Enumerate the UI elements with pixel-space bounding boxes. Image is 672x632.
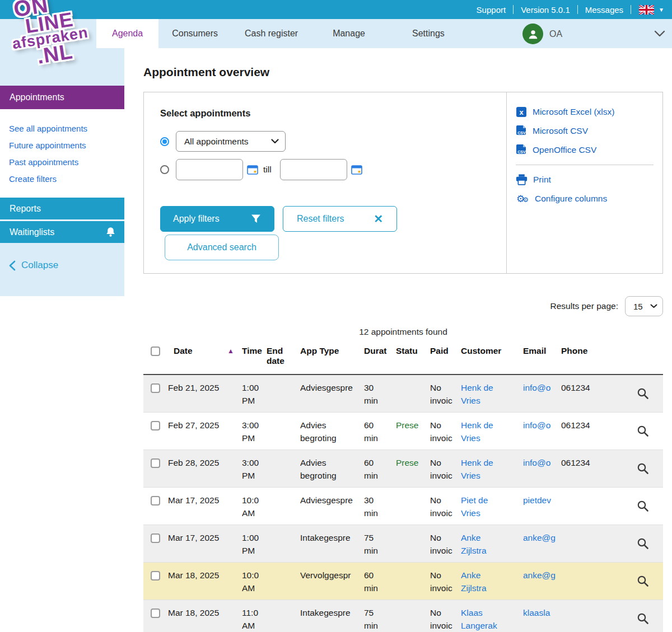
nav-tab-cash-register[interactable]: Cash register [231,19,311,48]
date-to-input[interactable] [280,159,347,180]
cell-time: 10:0 AM [242,563,267,600]
email-link[interactable]: info@o [523,450,561,487]
sidebar-item-future-appointments[interactable]: Future appointments [9,137,124,154]
language-selector[interactable]: ▼ [631,5,664,15]
row-checkbox[interactable] [151,383,160,393]
chevron-down-icon[interactable] [654,30,665,38]
chevron-down-icon [271,139,279,144]
view-appointment-button[interactable] [636,537,650,550]
table-body: Feb 21, 2025 1:00 PM Adviesgespre 30 min… [143,375,663,632]
column-header-end-date[interactable]: End date [267,341,300,374]
collapse-button[interactable]: Collapse [9,260,124,271]
nav-tab-manage[interactable]: Manage [319,19,379,48]
row-checkbox[interactable] [151,421,160,430]
configure-columns-link[interactable]: ⚙⚙ Configure columns [516,189,662,208]
filter-funnel-icon [250,213,262,224]
customer-link[interactable]: Henk de Vries [461,375,523,412]
sidebar-section-appointments[interactable]: Appointments [0,86,124,109]
customer-link[interactable]: Anke Zijlstra [461,563,523,600]
date-from-input[interactable] [176,159,243,180]
user-menu[interactable]: OA [522,24,562,44]
view-appointment-button[interactable] [636,499,650,513]
cell-phone [561,563,610,600]
sidebar-item-see-all-appointments[interactable]: See all appointments [9,120,124,137]
email-link[interactable]: anke@g [523,563,561,600]
row-checkbox[interactable] [151,496,160,505]
calendar-icon[interactable] [247,165,258,175]
row-checkbox[interactable] [151,608,160,618]
column-header-status[interactable]: Statu [396,341,430,374]
column-header-app-type[interactable]: App Type [300,341,364,374]
cell-phone [561,488,610,525]
view-appointment-button[interactable] [636,387,650,400]
table-row: Mar 17, 2025 1:00 PM Intakegespre 75 min… [143,525,663,563]
results-per-page-select[interactable]: 15 [625,296,663,316]
table-row: Mar 18, 2025 10:0 AM Vervolggespr 60 min… [143,563,663,600]
appointment-filter-select[interactable]: All appointments [176,131,286,152]
nav-tab-consumers[interactable]: Consumers [158,19,231,48]
column-header-paid[interactable]: Paid [430,341,461,374]
flag-caret-icon: ▼ [659,7,664,13]
customer-link[interactable]: Anke Zijlstra [461,525,523,562]
email-link[interactable]: info@o [523,413,561,450]
cell-paid: No invoic [430,563,461,600]
sidebar-item-create-filters[interactable]: Create filters [9,171,124,188]
nav-tab-settings[interactable]: Settings [399,19,458,48]
view-appointment-button[interactable] [636,462,650,475]
sidebar-item-label: Waitinglists [10,227,54,237]
customer-link[interactable]: Henk de Vries [461,413,523,450]
cell-app-type: Advies begroting [300,413,364,450]
advanced-search-button[interactable]: Advanced search [165,235,279,260]
row-checkbox[interactable] [151,533,160,543]
messages-link[interactable]: Messages [578,5,631,15]
column-header-customer[interactable]: Customer [461,341,523,374]
results-per-page-label: Results per page: [550,301,619,311]
column-header-phone[interactable]: Phone [561,341,610,374]
cell-status [396,600,430,632]
cell-end-date [267,375,300,412]
email-link[interactable]: klaasla [523,600,561,632]
cell-paid: No invoic [430,600,461,632]
reset-filters-button[interactable]: Reset filters ✕ [283,206,397,232]
export-ms-csv-link[interactable]: CSV Microsoft CSV [516,121,662,141]
email-link[interactable]: anke@g [523,525,561,562]
export-oo-csv-link[interactable]: CSV OpenOffice CSV [516,141,662,160]
cell-date: Mar 18, 2025 [168,600,242,632]
view-appointment-button[interactable] [636,424,650,438]
nav-tab-agenda[interactable]: Agenda [96,19,158,48]
select-all-checkbox[interactable] [151,347,160,356]
configure-columns-label: Configure columns [535,194,607,204]
customer-link[interactable]: Piet de Vries [461,488,523,525]
onlineafspraken-logo[interactable]: ON LINE afspraken .NL [4,0,92,70]
sidebar-item-past-appointments[interactable]: Past appointments [9,154,124,171]
cell-duration: 75 min [364,600,396,632]
apply-filters-button[interactable]: Apply filters [160,206,274,232]
chevron-left-icon [9,260,16,271]
row-checkbox[interactable] [151,571,160,580]
view-appointment-button[interactable] [636,612,650,625]
cell-paid: No invoic [430,375,461,412]
date-range-radio[interactable] [160,165,169,174]
cell-duration: 60 min [364,413,396,450]
email-link[interactable]: info@o [523,375,561,412]
email-link[interactable]: pietdev [523,488,561,525]
cell-phone: 061234 [561,413,610,450]
column-header-duration[interactable]: Durat [364,341,396,374]
row-checkbox[interactable] [151,458,160,468]
customer-link[interactable]: Henk de Vries [461,450,523,487]
sidebar-section-waitinglists[interactable]: Waitinglists [0,221,124,243]
calendar-icon[interactable] [351,165,362,175]
all-appointments-radio[interactable] [160,137,169,146]
cell-paid: No invoic [430,450,461,487]
print-link[interactable]: Print [516,170,662,189]
cell-status [396,488,430,525]
sidebar-section-reports[interactable]: Reports [0,198,124,219]
cell-end-date [267,488,300,525]
support-link[interactable]: Support [469,5,514,15]
column-header-time[interactable]: Time [242,341,267,374]
column-header-email[interactable]: Email [523,341,561,374]
export-excel-link[interactable]: x Microsoft Excel (xlsx) [516,102,662,121]
view-appointment-button[interactable] [636,574,650,588]
column-header-date[interactable]: Date ▲ [168,341,242,374]
customer-link[interactable]: Klaas Langerak [461,600,523,632]
